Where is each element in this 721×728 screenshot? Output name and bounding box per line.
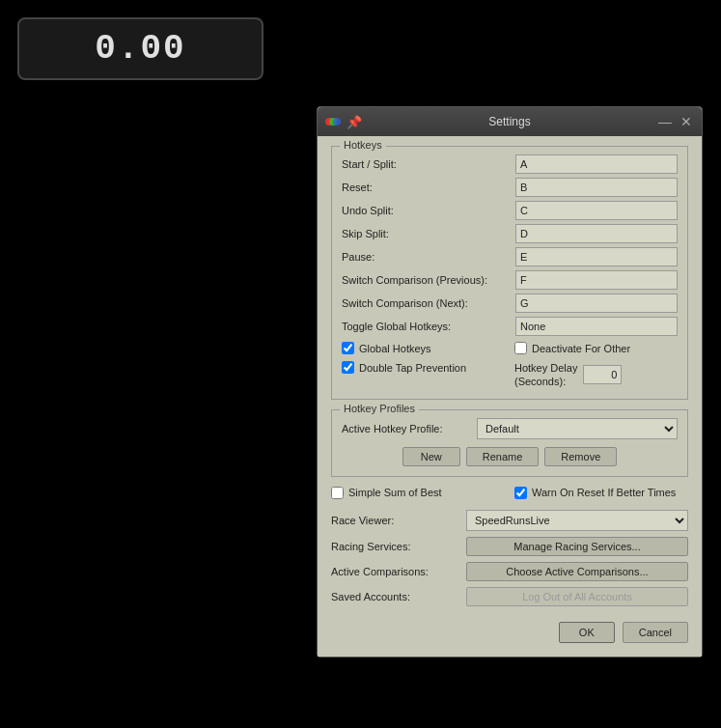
- undo-split-label: Undo Split:: [342, 205, 515, 216]
- timer-whole: 0: [95, 29, 118, 69]
- dialog-footer: OK Cancel: [331, 616, 688, 643]
- double-tap-checkbox[interactable]: [342, 361, 354, 374]
- minimize-button[interactable]: —: [657, 114, 673, 129]
- hotkey-delay-input[interactable]: [583, 365, 622, 384]
- livesplit-icon: [325, 114, 341, 129]
- manage-racing-services-button[interactable]: Manage Racing Services...: [466, 537, 688, 556]
- toggle-global-label: Toggle Global Hotkeys:: [342, 321, 515, 332]
- race-viewer-row: Race Viewer: SpeedRunsLive: [331, 510, 688, 531]
- pause-label: Pause:: [342, 251, 515, 263]
- reset-label: Reset:: [342, 182, 515, 193]
- skip-split-input[interactable]: [515, 224, 678, 243]
- simple-sum-checkbox[interactable]: [331, 487, 344, 499]
- toggle-global-input[interactable]: [515, 317, 678, 336]
- switch-prev-input[interactable]: [515, 270, 678, 290]
- pin-icon: 📌: [347, 115, 362, 129]
- hotkey-delay-row: Hotkey Delay(Seconds):: [514, 361, 678, 389]
- simple-sum-row: Simple Sum of Best: [331, 487, 505, 499]
- deactivate-other-checkbox[interactable]: [514, 342, 527, 354]
- dialog-icon-group: 📌: [325, 114, 362, 129]
- undo-split-row: Undo Split:: [342, 201, 678, 220]
- dialog-body: Hotkeys Start / Split: Reset: Undo Split…: [318, 136, 702, 657]
- timer-decimal: .00: [118, 29, 186, 69]
- undo-split-input[interactable]: [515, 201, 678, 220]
- active-comparisons-label: Active Comparisons:: [331, 566, 466, 577]
- logout-all-accounts-button[interactable]: Log Out of All Accounts: [466, 587, 688, 606]
- deactivate-other-row: Deactivate For Other: [514, 342, 678, 354]
- race-viewer-label: Race Viewer:: [331, 515, 466, 526]
- double-tap-label: Double Tap Prevention: [359, 362, 466, 374]
- warn-reset-row: Warn On Reset If Better Times: [514, 487, 688, 499]
- reset-row: Reset:: [342, 178, 678, 197]
- global-hotkeys-checkbox[interactable]: [342, 342, 354, 354]
- settings-dialog: 📌 Settings — ✕ Hotkeys Start / Split: Re…: [317, 106, 703, 658]
- global-hotkeys-row: Global Hotkeys: [342, 342, 505, 354]
- profiles-section: Hotkey Profiles Active Hotkey Profile: D…: [331, 409, 688, 477]
- active-profile-label: Active Hotkey Profile:: [342, 423, 477, 434]
- warn-reset-label: Warn On Reset If Better Times: [532, 487, 676, 498]
- start-split-label: Start / Split:: [342, 158, 515, 170]
- double-tap-row: Double Tap Prevention: [342, 361, 505, 374]
- ok-button[interactable]: OK: [559, 622, 615, 643]
- racing-services-label: Racing Services:: [331, 541, 466, 552]
- reset-input[interactable]: [515, 178, 678, 197]
- simple-sum-label: Simple Sum of Best: [348, 487, 442, 498]
- warn-reset-checkbox[interactable]: [514, 487, 527, 499]
- skip-split-label: Skip Split:: [342, 228, 515, 239]
- race-viewer-select[interactable]: SpeedRunsLive: [466, 510, 688, 531]
- pause-input[interactable]: [515, 247, 678, 266]
- timer-display: 0.00: [17, 17, 263, 80]
- dialog-titlebar: 📌 Settings — ✕: [318, 107, 702, 136]
- profiles-section-label: Hotkey Profiles: [340, 403, 419, 414]
- active-profile-select[interactable]: Default: [477, 418, 678, 439]
- start-split-input[interactable]: [515, 154, 678, 174]
- start-split-row: Start / Split:: [342, 154, 678, 174]
- bottom-section: Simple Sum of Best Warn On Reset If Bett…: [331, 487, 688, 643]
- choose-active-comparisons-button[interactable]: Choose Active Comparisons...: [466, 562, 688, 581]
- active-comparisons-row: Active Comparisons: Choose Active Compar…: [331, 562, 688, 581]
- switch-next-input[interactable]: [515, 294, 678, 313]
- profile-buttons: New Rename Remove: [342, 447, 678, 466]
- saved-accounts-label: Saved Accounts:: [331, 591, 466, 602]
- switch-prev-row: Switch Comparison (Previous):: [342, 270, 678, 290]
- pause-row: Pause:: [342, 247, 678, 266]
- cancel-button[interactable]: Cancel: [623, 622, 688, 643]
- close-button[interactable]: ✕: [679, 114, 694, 129]
- switch-prev-label: Switch Comparison (Previous):: [342, 274, 515, 286]
- new-profile-button[interactable]: New: [402, 447, 460, 466]
- hotkeys-section-label: Hotkeys: [340, 139, 386, 151]
- active-profile-row: Active Hotkey Profile: Default: [342, 418, 678, 439]
- global-hotkeys-label: Global Hotkeys: [359, 343, 431, 354]
- dialog-window-controls: — ✕: [657, 114, 694, 129]
- rename-profile-button[interactable]: Rename: [466, 447, 540, 466]
- switch-next-label: Switch Comparison (Next):: [342, 297, 515, 309]
- hotkey-delay-label: Hotkey Delay(Seconds):: [514, 361, 577, 389]
- dialog-title: Settings: [362, 115, 657, 128]
- hotkeys-section: Hotkeys Start / Split: Reset: Undo Split…: [331, 146, 688, 400]
- timer-value: 0.00: [95, 29, 185, 69]
- remove-profile-button[interactable]: Remove: [544, 447, 617, 466]
- switch-next-row: Switch Comparison (Next):: [342, 294, 678, 313]
- saved-accounts-row: Saved Accounts: Log Out of All Accounts: [331, 587, 688, 606]
- toggle-global-row: Toggle Global Hotkeys:: [342, 317, 678, 336]
- skip-split-row: Skip Split:: [342, 224, 678, 243]
- deactivate-other-label: Deactivate For Other: [532, 343, 630, 354]
- svg-point-2: [333, 118, 341, 126]
- racing-services-row: Racing Services: Manage Racing Services.…: [331, 537, 688, 556]
